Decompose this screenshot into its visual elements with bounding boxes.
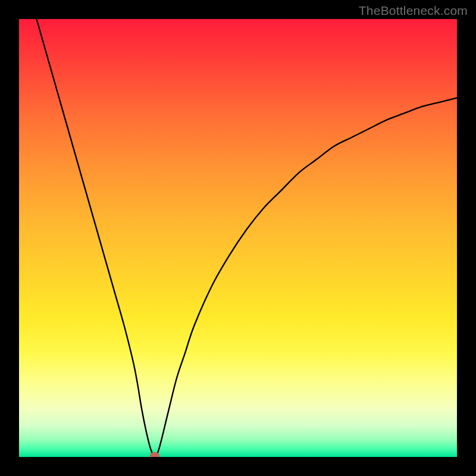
minimum-marker-dot (150, 452, 159, 457)
chart-frame: TheBottleneck.com (0, 0, 476, 476)
watermark-text: TheBottleneck.com (359, 4, 468, 18)
curve-layer (19, 19, 457, 457)
plot-area (19, 19, 457, 457)
bottleneck-curve-path (36, 19, 457, 457)
